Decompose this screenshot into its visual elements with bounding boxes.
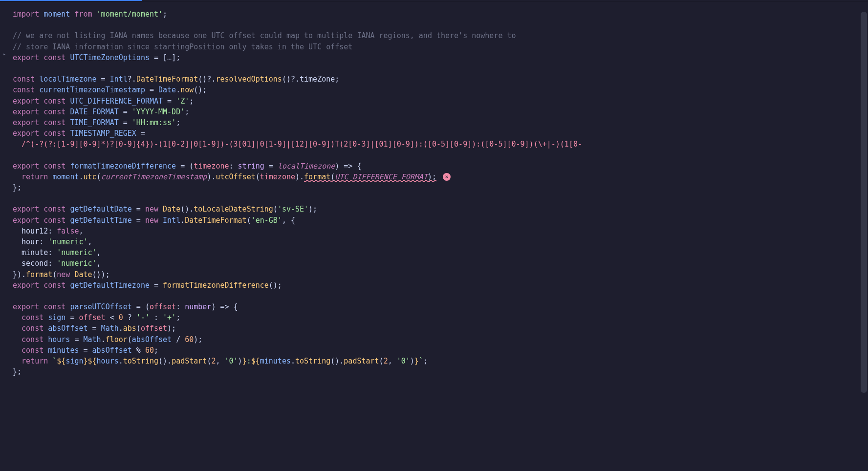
identifier: sign	[43, 313, 65, 322]
keyword: return	[13, 172, 52, 181]
regex: /^(-?(?:[1-9][0-9]*)?[0-9]{4})-(1[0-2]|0…	[13, 140, 582, 149]
identifier: TIME_FORMAT	[70, 118, 118, 127]
code-area[interactable]: ▸ import moment from 'moment/moment'; //…	[0, 6, 868, 471]
identifier: UTC_DIFFERENCE_FORMAT	[70, 97, 163, 106]
identifier: Intl	[110, 75, 128, 84]
string: `	[52, 357, 57, 365]
function: formatTimezoneDifference	[163, 281, 269, 290]
function: DateTimeFormat	[136, 75, 198, 84]
ref: localTimezone	[278, 162, 335, 171]
keyword: export	[13, 302, 39, 311]
identifier: localTimezone	[39, 75, 96, 84]
keyword: export	[13, 97, 39, 106]
function: resolvedOptions	[216, 75, 282, 84]
function: abs	[123, 324, 136, 333]
keyword: export	[13, 118, 39, 127]
keyword: const	[43, 97, 65, 106]
code-content[interactable]: import moment from 'moment/moment'; // w…	[11, 6, 868, 471]
function: toString	[295, 357, 330, 365]
ref-error: UTC_DIFFERENCE_FORMAT	[335, 172, 428, 181]
ref: absOffset	[132, 335, 172, 344]
type: number	[185, 302, 211, 311]
string: 'en-GB'	[251, 216, 282, 225]
identifier: moment	[52, 172, 79, 181]
keyword: const	[43, 216, 65, 225]
identifier: DATE_FORMAT	[70, 107, 118, 116]
property: minute	[13, 248, 48, 257]
keyword: export	[13, 107, 39, 116]
string: 'numeric'	[48, 237, 87, 246]
string: 'HH:mm:ss'	[132, 118, 176, 127]
string: 'numeric'	[57, 259, 96, 268]
function: padStart	[172, 357, 207, 365]
identifier: minutes	[43, 346, 79, 355]
function: now	[180, 86, 194, 94]
keyword: export	[13, 162, 39, 171]
property: timeZone	[300, 75, 335, 84]
keyword: from	[74, 10, 92, 19]
function: utcOffset	[216, 172, 255, 181]
ref: currentTimezoneTimestamp	[101, 172, 207, 181]
ref: absOffset	[92, 346, 132, 355]
error-icon[interactable]: ✕	[443, 173, 451, 181]
function: padStart	[344, 357, 379, 365]
property: hour	[13, 237, 39, 246]
keyword: new	[145, 205, 158, 214]
fold-caret-icon[interactable]: ▸	[3, 51, 6, 58]
comment: // we are not listing IANA names because…	[13, 31, 516, 40]
keyword: const	[13, 86, 35, 94]
fold-ellipsis[interactable]: …	[167, 53, 172, 62]
ref: hours	[97, 357, 119, 365]
punct: ;	[163, 10, 167, 19]
property: hour12	[13, 227, 48, 236]
function: floor	[106, 335, 128, 344]
identifier: TIMESTAMP_REGEX	[70, 129, 136, 138]
number: 60	[185, 335, 194, 344]
string: 'YYYY-MM-DD'	[132, 107, 185, 116]
function: toLocaleDateString	[194, 205, 273, 214]
keyword: const	[13, 346, 43, 355]
string: '+'	[163, 313, 176, 322]
identifier: getDefaultDate	[70, 205, 131, 214]
property: second	[13, 259, 48, 268]
identifier: UTCTimeZoneOptions	[70, 53, 150, 62]
keyword: export	[13, 129, 39, 138]
punct: };	[13, 367, 22, 376]
string: '-'	[136, 313, 150, 322]
scrollbar[interactable]	[861, 12, 867, 393]
string: 'moment/moment'	[97, 10, 163, 19]
keyword: const	[13, 324, 43, 333]
identifier: currentTimezoneTimestamp	[39, 86, 145, 94]
string: 'sv-SE'	[278, 205, 308, 214]
param: offset	[150, 302, 176, 311]
keyword: new	[57, 270, 70, 279]
string: 'numeric'	[57, 248, 96, 257]
keyword: import	[13, 10, 39, 19]
ref: timezone	[260, 172, 295, 181]
code-editor: ▸ import moment from 'moment/moment'; //…	[0, 0, 868, 471]
function: toString	[123, 357, 158, 365]
type: string	[238, 162, 264, 171]
keyword: new	[145, 216, 158, 225]
function-error: format	[304, 172, 330, 181]
keyword: const	[43, 107, 65, 116]
ref: offset	[141, 324, 167, 333]
keyword: export	[13, 216, 39, 225]
identifier: moment	[43, 10, 70, 19]
function: Date	[74, 270, 92, 279]
number: 0	[119, 313, 123, 322]
progress-indicator	[0, 0, 142, 1]
comment: // store IANA information since starting…	[13, 43, 352, 51]
gutter[interactable]: ▸	[0, 6, 11, 471]
tab-strip	[0, 1, 868, 2]
keyword: const	[13, 313, 43, 322]
punct: };	[13, 183, 22, 192]
keyword: const	[43, 162, 65, 171]
identifier: Math	[101, 324, 119, 333]
identifier: Math	[84, 335, 101, 344]
function: utc	[84, 172, 97, 181]
identifier: hours	[43, 335, 70, 344]
identifier: Date	[158, 86, 176, 94]
string: :	[247, 357, 251, 365]
keyword: const	[43, 281, 65, 290]
